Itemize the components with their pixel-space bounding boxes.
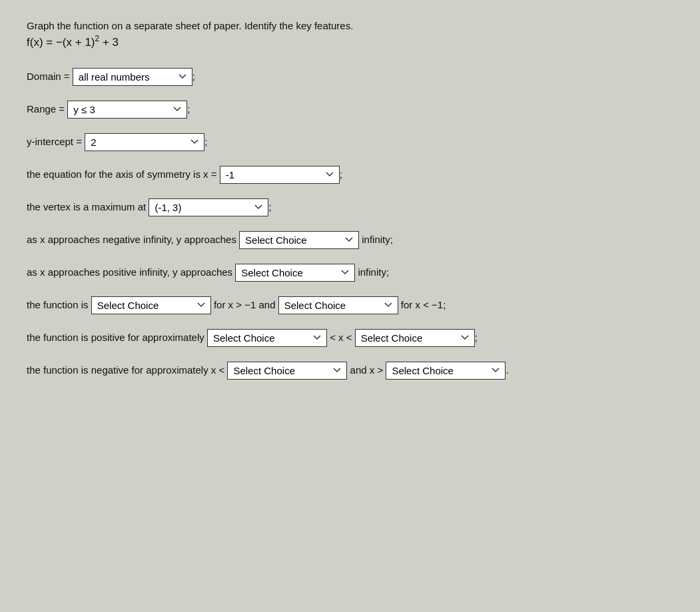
axis-symmetry-label: the equation for the axis of symmetry is…	[27, 167, 217, 182]
range-select[interactable]: y ≤ 3 y ≥ 3 all real numbers y < 3 y > 3	[67, 101, 187, 119]
positive-range-label-middle: < x <	[330, 330, 352, 346]
function-behavior-select2-wrapper: Select Choice increasing decreasing	[278, 296, 398, 314]
negative-range-label-before: the function is negative for approximate…	[27, 363, 224, 378]
function-behavior-select2[interactable]: Select Choice increasing decreasing	[278, 296, 398, 314]
problem-line1: Graph the function on a separate sheet o…	[27, 20, 673, 31]
neg-infinity-label-after: infinity;	[362, 232, 393, 248]
positive-range-select1-wrapper: Select Choice -3 -2 -1 0 1 2 3	[207, 329, 327, 347]
neg-infinity-row: as x approaches negative infinity, y app…	[27, 231, 673, 249]
range-select-wrapper: y ≤ 3 y ≥ 3 all real numbers y < 3 y > 3	[67, 101, 187, 119]
vertex-semicolon: ;	[268, 200, 271, 215]
vertex-select[interactable]: (-1, 3) (1, 3) (-1, -3) (0, 3)	[149, 198, 268, 216]
pos-infinity-label-after: infinity;	[358, 265, 389, 280]
axis-symmetry-select[interactable]: -1 0 1 2 3	[220, 166, 340, 184]
vertex-row: the vertex is a maximum at (-1, 3) (1, 3…	[27, 198, 673, 216]
pos-infinity-select-wrapper: Select Choice negative positive	[235, 264, 355, 282]
function-behavior-label-before: the function is	[27, 298, 89, 313]
domain-select-wrapper: all real numbers x ≥ 0 x ≤ 0 x > 0 x < 0	[73, 68, 192, 86]
function-behavior-select1-wrapper: Select Choice increasing decreasing	[91, 296, 211, 314]
negative-range-label-middle: and x >	[350, 363, 384, 378]
positive-range-select2[interactable]: Select Choice -3 -2 -1 0 1 2 3	[355, 329, 475, 347]
positive-range-label-after: ;	[475, 330, 478, 346]
domain-label: Domain =	[27, 69, 70, 85]
positive-range-select2-wrapper: Select Choice -3 -2 -1 0 1 2 3	[355, 329, 475, 347]
problem-statement: Graph the function on a separate sheet o…	[27, 20, 673, 49]
pos-infinity-row: as x approaches positive infinity, y app…	[27, 264, 673, 282]
positive-range-row: the function is positive for approximate…	[27, 329, 673, 347]
negative-range-select1-wrapper: Select Choice -3 -2 -1 0 1 2 3	[227, 362, 347, 380]
yintercept-label: y-intercept =	[27, 135, 82, 150]
yintercept-row: y-intercept = 2 0 1 -1 3 ;	[27, 133, 673, 151]
neg-infinity-select[interactable]: Select Choice negative positive	[239, 231, 359, 249]
vertex-label: the vertex is a maximum at	[27, 200, 146, 215]
axis-symmetry-select-wrapper: -1 0 1 2 3	[220, 166, 340, 184]
neg-infinity-label-before: as x approaches negative infinity, y app…	[27, 232, 236, 248]
axis-symmetry-semicolon: ;	[340, 167, 342, 182]
function-behavior-label-middle: for x > −1 and	[214, 298, 276, 313]
neg-infinity-select-wrapper: Select Choice negative positive	[239, 231, 359, 249]
negative-range-select2-wrapper: Select Choice -3 -2 -1 0 1 2 3	[386, 362, 506, 380]
yintercept-select-wrapper: 2 0 1 -1 3	[85, 133, 204, 151]
range-label: Range =	[27, 102, 65, 117]
positive-range-select1[interactable]: Select Choice -3 -2 -1 0 1 2 3	[207, 329, 327, 347]
yintercept-semicolon: ;	[204, 135, 207, 150]
positive-range-label-before: the function is positive for approximate…	[27, 330, 204, 346]
negative-range-label-after: .	[506, 363, 508, 378]
pos-infinity-select[interactable]: Select Choice negative positive	[235, 264, 355, 282]
domain-select[interactable]: all real numbers x ≥ 0 x ≤ 0 x > 0 x < 0	[73, 68, 192, 86]
domain-semicolon: ;	[192, 69, 195, 85]
function-behavior-label-after: for x < −1;	[401, 298, 446, 313]
problem-func-suffix: + 3	[99, 36, 119, 49]
negative-range-select1[interactable]: Select Choice -3 -2 -1 0 1 2 3	[227, 362, 347, 380]
function-behavior-select1[interactable]: Select Choice increasing decreasing	[91, 296, 211, 314]
domain-row: Domain = all real numbers x ≥ 0 x ≤ 0 x …	[27, 68, 673, 86]
range-semicolon: ;	[187, 102, 190, 117]
problem-func-prefix: f(x) = −(x + 1)	[27, 36, 95, 49]
function-behavior-row: the function is Select Choice increasing…	[27, 296, 673, 314]
axis-symmetry-row: the equation for the axis of symmetry is…	[27, 166, 673, 184]
pos-infinity-label-before: as x approaches positive infinity, y app…	[27, 265, 232, 280]
range-row: Range = y ≤ 3 y ≥ 3 all real numbers y <…	[27, 101, 673, 119]
negative-range-row: the function is negative for approximate…	[27, 362, 673, 380]
vertex-select-wrapper: (-1, 3) (1, 3) (-1, -3) (0, 3)	[149, 198, 268, 216]
negative-range-select2[interactable]: Select Choice -3 -2 -1 0 1 2 3	[386, 362, 506, 380]
problem-line2: f(x) = −(x + 1)2 + 3	[27, 34, 673, 49]
yintercept-select[interactable]: 2 0 1 -1 3	[85, 133, 204, 151]
